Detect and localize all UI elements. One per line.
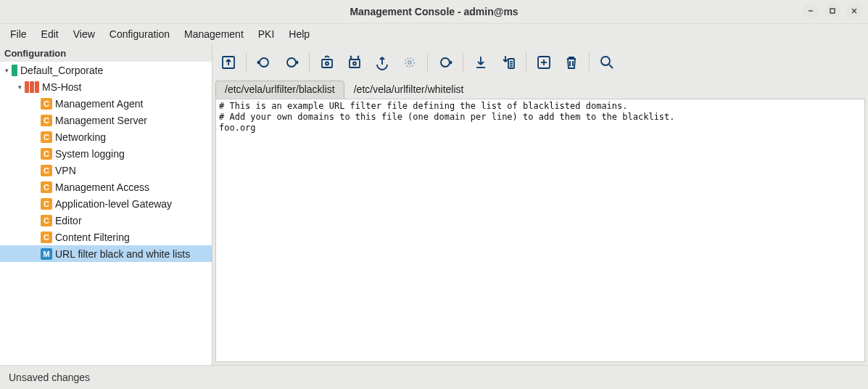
generate-button[interactable] bbox=[343, 51, 366, 74]
control-button[interactable] bbox=[398, 51, 421, 74]
menu-management[interactable]: Management bbox=[178, 27, 249, 41]
sidebar: Configuration ▾ Default_Corporate ▾ MS-H… bbox=[0, 44, 212, 365]
svg-point-10 bbox=[353, 62, 356, 65]
component-c-icon: C bbox=[41, 131, 52, 143]
svg-point-12 bbox=[408, 61, 411, 64]
tree-label: URL filter black and white lists bbox=[55, 248, 190, 260]
tree-row-component[interactable]: C Content Filtering bbox=[0, 229, 212, 245]
menu-configuration[interactable]: Configuration bbox=[104, 27, 175, 41]
tree-row-component[interactable]: C Management Access bbox=[0, 179, 212, 195]
tree-row-component[interactable]: C Management Server bbox=[0, 112, 212, 128]
tree-row-component[interactable]: C Application-level Gateway bbox=[0, 195, 212, 212]
component-c-icon: C bbox=[41, 98, 52, 110]
gear-arrows-icon bbox=[347, 54, 363, 70]
titlebar: Management Console - admin@ms bbox=[0, 0, 868, 24]
download-icon bbox=[473, 54, 489, 70]
tree-label: Networking bbox=[55, 131, 106, 143]
status-text: Unsaved changes bbox=[9, 372, 90, 383]
tab-whitelist[interactable]: /etc/vela/urlfilter/whitelist bbox=[344, 81, 474, 99]
component-c-icon: C bbox=[41, 115, 52, 126]
host-icon bbox=[25, 81, 39, 93]
minimize-button[interactable] bbox=[803, 3, 819, 19]
menu-view[interactable]: View bbox=[67, 27, 101, 41]
component-c-icon: C bbox=[41, 198, 52, 210]
menu-file[interactable]: File bbox=[4, 27, 33, 41]
tree-row-component[interactable]: C System logging bbox=[0, 145, 212, 162]
tree-row-component[interactable]: C Editor bbox=[0, 212, 212, 229]
menu-help[interactable]: Help bbox=[283, 27, 315, 41]
chevron-down-icon[interactable]: ▾ bbox=[15, 83, 25, 91]
svg-point-13 bbox=[441, 58, 450, 67]
delete-button[interactable] bbox=[560, 51, 583, 74]
tree-row-site[interactable]: ▾ Default_Corporate bbox=[0, 62, 212, 78]
svg-point-6 bbox=[287, 58, 296, 67]
svg-line-23 bbox=[609, 65, 613, 68]
check-button[interactable] bbox=[315, 51, 339, 74]
tree-label: MS-Host bbox=[42, 81, 81, 93]
close-button[interactable] bbox=[846, 3, 862, 19]
tree-row-component[interactable]: C Networking bbox=[0, 128, 212, 145]
view-button[interactable] bbox=[252, 51, 276, 74]
tree-label: Application-level Gateway bbox=[55, 198, 172, 210]
tree-label: Default_Corporate bbox=[20, 65, 103, 76]
svg-point-22 bbox=[601, 57, 610, 65]
maximize-icon bbox=[829, 7, 836, 15]
component-c-icon: C bbox=[41, 148, 52, 160]
tree-label: VPN bbox=[55, 165, 76, 176]
commit-button[interactable] bbox=[217, 51, 240, 74]
svg-rect-1 bbox=[830, 9, 835, 13]
tree-label: Management Server bbox=[55, 115, 147, 126]
tree-row-component-selected[interactable]: M URL filter black and white lists bbox=[0, 245, 212, 262]
toolbar bbox=[212, 44, 868, 81]
toolbar-separator bbox=[463, 53, 463, 72]
close-icon bbox=[851, 7, 858, 15]
window: Management Console - admin@ms File Edit … bbox=[0, 0, 868, 389]
new-button[interactable] bbox=[532, 51, 555, 74]
toolbar-separator bbox=[589, 53, 590, 72]
site-icon bbox=[12, 65, 17, 76]
main-panel: /etc/vela/urlfilter/blacklist /etc/vela/… bbox=[212, 44, 868, 365]
svg-point-11 bbox=[405, 58, 414, 67]
upload-button[interactable] bbox=[371, 51, 394, 74]
plus-box-icon bbox=[536, 54, 552, 70]
gear-dash-icon bbox=[402, 54, 418, 70]
tree-row-host[interactable]: ▾ MS-Host bbox=[0, 78, 212, 95]
revert-button[interactable] bbox=[434, 51, 457, 74]
maximize-button[interactable] bbox=[824, 3, 840, 19]
tree-label: Management Access bbox=[55, 181, 149, 193]
component-c-icon: C bbox=[41, 215, 52, 226]
edit-icon bbox=[284, 54, 299, 70]
search-button[interactable] bbox=[595, 51, 619, 74]
tree-label: Content Filtering bbox=[55, 232, 130, 243]
tree-row-component[interactable]: C Management Agent bbox=[0, 95, 212, 112]
download-list-button[interactable] bbox=[497, 51, 520, 74]
commit-icon bbox=[220, 54, 236, 70]
trash-icon bbox=[563, 54, 579, 70]
upload-icon bbox=[374, 54, 390, 70]
window-title: Management Console - admin@ms bbox=[350, 6, 518, 17]
svg-rect-9 bbox=[350, 60, 360, 67]
window-controls bbox=[803, 3, 862, 19]
menubar: File Edit View Configuration Management … bbox=[0, 24, 868, 44]
tree-label: Editor bbox=[55, 215, 82, 226]
download-button[interactable] bbox=[469, 51, 492, 74]
configuration-tree[interactable]: ▾ Default_Corporate ▾ MS-Host C Manageme… bbox=[0, 62, 212, 365]
gear-eye-icon bbox=[319, 54, 335, 70]
toolbar-separator bbox=[427, 53, 428, 72]
component-m-icon: M bbox=[41, 248, 52, 260]
tab-blacklist[interactable]: /etc/vela/urlfilter/blacklist bbox=[215, 81, 344, 99]
chevron-down-icon[interactable]: ▾ bbox=[1, 67, 12, 74]
editor-textarea[interactable]: # This is an example URL filter file def… bbox=[215, 99, 865, 362]
toolbar-separator bbox=[526, 53, 526, 72]
svg-rect-7 bbox=[322, 60, 332, 67]
component-c-icon: C bbox=[41, 181, 52, 193]
edit-button[interactable] bbox=[280, 51, 303, 74]
component-c-icon: C bbox=[41, 165, 52, 176]
menu-pki[interactable]: PKI bbox=[252, 27, 281, 41]
svg-point-5 bbox=[260, 58, 268, 67]
tree-row-component[interactable]: C VPN bbox=[0, 162, 212, 179]
minimize-icon bbox=[807, 7, 814, 15]
menu-edit[interactable]: Edit bbox=[36, 27, 65, 41]
download-list-icon bbox=[500, 54, 516, 70]
toolbar-separator bbox=[246, 53, 247, 72]
